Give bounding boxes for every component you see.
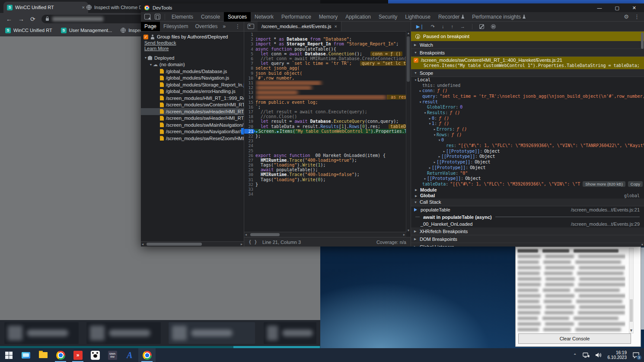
line-number[interactable]: 28 xyxy=(244,163,255,167)
line-number[interactable]: 27 xyxy=(244,158,255,163)
line-number[interactable]: 19 xyxy=(244,119,255,124)
learn-more-link[interactable]: Learn More xyxy=(144,46,244,51)
section-header-xhr-fetch-breakpoints[interactable]: ▶XHR/fetch Breakpoints xyxy=(411,227,644,235)
scroll-right-icon[interactable]: ▸ xyxy=(241,242,242,246)
scope-row-conn[interactable]: ▶conn:ƒ () xyxy=(411,88,644,93)
minimize-button[interactable]: — xyxy=(597,5,602,11)
taskbar-item-explorer[interactable] xyxy=(35,348,52,362)
code-line[interactable]: 17 //let result = await conn.Execute(que… xyxy=(244,109,406,114)
scope-row-result[interactable]: ▼result xyxy=(411,99,644,105)
call-stack-frame[interactable]: _00_Hareket_OnLoaded/screen_modules...t/… xyxy=(411,221,644,228)
scope-row-this[interactable]: this:undefined xyxy=(411,83,644,88)
inspect-element-icon[interactable] xyxy=(144,14,150,19)
code-line[interactable]: 34 xyxy=(244,192,406,196)
clear-console-button[interactable]: Clear Console xyxy=(518,333,631,344)
line-number[interactable]: 9 xyxy=(244,71,255,76)
bookmark-item[interactable]: SWinCC Unified RT xyxy=(5,28,52,33)
code-line[interactable]: 24 xyxy=(244,143,406,148)
scrollbar-thumb[interactable] xyxy=(407,36,410,82)
taskbar-item-a[interactable]: A xyxy=(121,348,138,362)
group-files-row[interactable]: ✓ Group files by Authored/Deployed xyxy=(143,34,242,39)
current-execution-line[interactable]: 21▶Screen.▶Items("My table CustomWebCont… xyxy=(244,129,406,134)
scope-row-prototype[interactable]: ▶[[Prototype]]:Object xyxy=(411,176,644,181)
reload-button[interactable]: ⟳ xyxy=(30,16,35,22)
tree-file-item[interactable]: /global_modules/errorHandling.js xyxy=(141,88,244,95)
tab-elements[interactable]: Elements xyxy=(168,12,197,22)
tree-root-deployed[interactable]: ▼Deployed xyxy=(141,54,244,61)
tree-file-item[interactable]: /screen_modules/swMainNavigation/HMI_RT_… xyxy=(141,122,244,128)
hide-navigator-icon[interactable] xyxy=(248,24,254,29)
line-number[interactable]: 10 xyxy=(244,76,255,80)
tab-network[interactable]: Network xyxy=(251,12,277,22)
line-number[interactable]: 15 xyxy=(244,100,255,105)
line-number[interactable]: 8 xyxy=(244,66,255,70)
tree-file-item[interactable]: /screen_modules/swNavigationBar/HMI_RT_1… xyxy=(141,128,244,135)
scope-row-prototype[interactable]: ▶[[Prototype]]:Object xyxy=(411,159,644,165)
code-line[interactable]: 19 let result = await Database.ExecuteQu… xyxy=(244,119,406,124)
step-over-button[interactable]: ↷ xyxy=(431,24,435,29)
line-number[interactable]: 4 xyxy=(244,47,255,51)
tree-file-item[interactable]: /screen_modules/swHeader/HMI_RT_1::Heade… xyxy=(141,115,244,122)
settings-gear-icon[interactable]: ⚙ xyxy=(624,13,629,20)
line-number[interactable]: 6 xyxy=(244,56,255,61)
checkbox-checked-icon[interactable]: ✓ xyxy=(143,35,148,39)
scroll-left-icon[interactable]: ◂ xyxy=(142,242,143,246)
code-line[interactable]: 4async function populateTable(){ xyxy=(244,47,406,51)
tab-security[interactable]: Security xyxy=(375,12,401,22)
scope-row-local[interactable]: ▼Local xyxy=(411,77,644,83)
tree-file-item[interactable]: /screen_modules/swHeader/HMI_RT_1::Heade… xyxy=(141,108,244,115)
scope-row-results[interactable]: ▼Results:ƒ () xyxy=(411,110,644,115)
code-line[interactable]: 18 //conn.Close() xyxy=(244,114,406,119)
breakpoint-entry[interactable]: ✓ /screen_modules/swContent/HMI_RT_1::40… xyxy=(411,57,644,69)
code-line[interactable]: 12 xyxy=(244,85,406,90)
step-out-button[interactable]: ↑ xyxy=(451,24,453,29)
navigator-hscrollbar[interactable]: ◂ ▸ xyxy=(141,241,244,247)
tab-application[interactable]: Application xyxy=(341,12,375,22)
close-file-icon[interactable]: × xyxy=(334,24,337,29)
pause-on-exceptions-button[interactable] xyxy=(491,24,496,29)
code-line[interactable]: 15from public.v_event_log; xyxy=(244,100,406,105)
code-editor[interactable]: 12import * as Database from "Database";3… xyxy=(244,31,406,232)
code-line[interactable]: 26export async function _00_Hareket_OnLo… xyxy=(244,153,406,158)
scope-row-prototype[interactable]: ▶[[Prototype]]:Object xyxy=(411,148,644,154)
scroll-down-icon[interactable]: ▼ xyxy=(641,243,644,246)
scope-row-returnvalue[interactable]: ReturnValue:"0" xyxy=(411,170,644,176)
line-number[interactable]: 1 xyxy=(244,32,255,37)
scope-module-row[interactable]: ▶ Module xyxy=(411,187,644,193)
taskbar-item-chrome[interactable] xyxy=(52,348,69,362)
navigator-menu-icon[interactable]: ⋮ xyxy=(235,23,244,29)
code-line[interactable]: 14 as res xyxy=(244,95,406,99)
tab-close-icon[interactable]: × xyxy=(82,5,85,10)
nav-tile-redacted[interactable] xyxy=(264,322,316,344)
scroll-up-icon[interactable]: ▲ xyxy=(406,32,411,35)
line-number[interactable]: 22 xyxy=(244,134,255,138)
close-button[interactable]: ✕ xyxy=(632,5,636,11)
tray-expand-icon[interactable]: ⌃ xyxy=(573,353,577,358)
scroll-down-icon[interactable]: ▼ xyxy=(629,328,634,333)
code-line[interactable]: 32} xyxy=(244,182,406,187)
line-number[interactable]: 24 xyxy=(244,143,255,148)
clock[interactable]: 16:19 6.10.2023 xyxy=(608,350,627,360)
line-number[interactable]: 25 xyxy=(244,148,255,153)
scope-row-errors[interactable]: ▶Errors:ƒ () xyxy=(411,126,644,132)
line-number[interactable]: 31 xyxy=(244,177,255,182)
back-button[interactable]: ← xyxy=(6,16,12,22)
file-tab-events-js[interactable]: /screen_modules...eket/Events.js × xyxy=(258,22,341,31)
network-icon[interactable] xyxy=(583,352,590,358)
scroll-left-icon[interactable]: ◂ xyxy=(245,233,247,237)
breakpoint-checkbox[interactable]: ✓ xyxy=(414,58,418,63)
taskbar-item-tia[interactable]: » xyxy=(69,348,86,362)
device-toolbar-icon[interactable] xyxy=(155,14,160,19)
code-line[interactable]: 20 let tableData = result.Results[1].Row… xyxy=(244,124,406,129)
line-number[interactable]: 30 xyxy=(244,172,255,177)
tab-recorder[interactable]: Recorder xyxy=(434,12,468,22)
tree-file-item[interactable]: /global_modules/Navigation.js xyxy=(141,75,244,82)
step-into-button[interactable]: ↓ xyxy=(442,24,444,29)
nav-tab-page[interactable]: Page xyxy=(141,22,160,31)
watch-section-header[interactable]: ▶ Watch xyxy=(411,41,644,49)
scrollbar-thumb[interactable] xyxy=(250,233,280,236)
scope-section-header[interactable]: ▼ Scope xyxy=(411,69,644,77)
nav-tab-filesystem[interactable]: Filesystem xyxy=(160,22,191,31)
code-line[interactable]: 31 Tags("loading").Write(0); xyxy=(244,177,406,182)
resume-button[interactable]: ▶❘ xyxy=(416,24,424,29)
